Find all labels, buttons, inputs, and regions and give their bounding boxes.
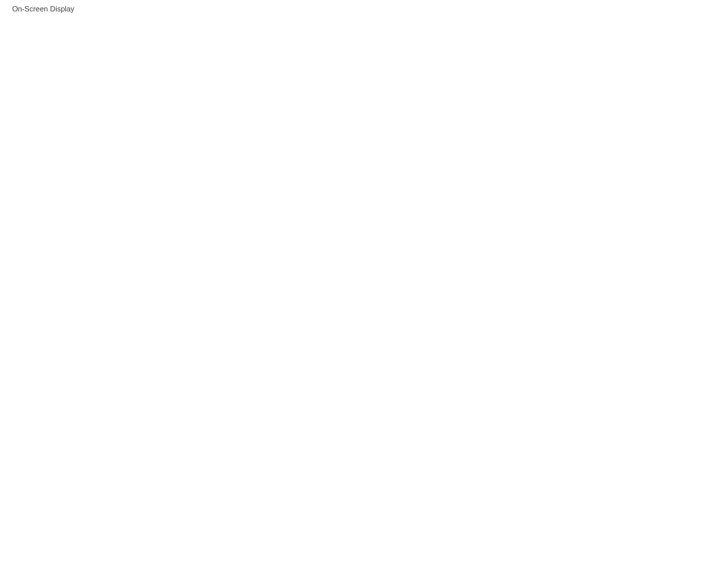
page-header: On-Screen Display <box>0 0 728 17</box>
